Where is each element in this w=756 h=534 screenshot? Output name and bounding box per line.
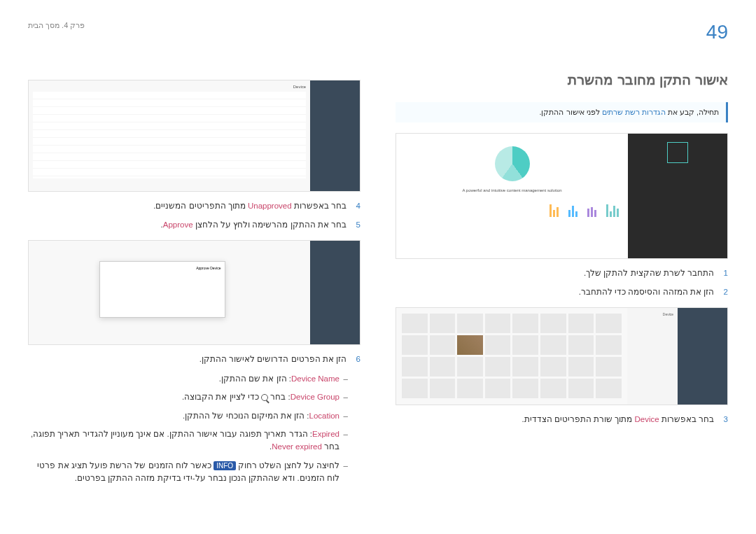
tip-box: תחילה, קבע את הגדרות רשת שרתים לפני אישו…	[396, 102, 728, 122]
step-5: 5 בחר את ההתקן מהרשימה ולחץ על הלחצן App…	[28, 219, 360, 231]
list-sidebar	[310, 80, 360, 191]
step-text: בחר באפשרות Unapproved מתוך התפריטים המש…	[153, 200, 346, 212]
step-num: 5	[352, 219, 360, 231]
login-sidebar	[628, 134, 727, 258]
step-num: 3	[720, 414, 728, 426]
page-number: 49	[706, 21, 728, 43]
sub-info: לחיצה על לחצן השלט רחוק INFO כאשר לוח הז…	[28, 459, 348, 485]
step-num: 6	[352, 353, 360, 365]
tip-text-prefix: תחילה, קבע את	[668, 108, 719, 116]
step-6: 6 הזן את הפרטים הדרושים לאישור ההתקן.	[28, 353, 360, 365]
step-text: בחר באפשרות Device מתוך שורת התפריטים הצ…	[522, 414, 714, 426]
step-text: התחבר לשרת שהקצית להתקן שלך.	[584, 267, 714, 279]
step-text: הזן את הפרטים הדרושים לאישור ההתקן.	[200, 353, 346, 365]
step-2: 2 הזן את המזהה והסיסמה כדי להתחבר.	[396, 286, 728, 298]
step-num: 4	[352, 200, 360, 212]
sub-expired: Expired: הגדר תאריך תפוגה עבור אישור ההת…	[28, 428, 348, 454]
sub-device-name: Device Name: הזן את שם ההתקן.	[28, 372, 348, 385]
screenshot-login: A powerful and intuitive content managem…	[396, 133, 728, 259]
step-1: 1 התחבר לשרת שהקצית להתקן שלך.	[396, 267, 728, 279]
step-4: 4 בחר באפשרות Unapproved מתוך התפריטים ה…	[28, 200, 360, 212]
chapter-label: פרק 4. מסך הבית	[28, 21, 85, 30]
sub-location: Location: הזן את המיקום הנוכחי של ההתקן.	[28, 409, 348, 422]
sub-device-group: Device Group: בחר כדי לציין את הקבוצה.	[28, 391, 348, 403]
grid-sidebar	[678, 308, 727, 405]
tip-text-suffix: לפני אישור ההתקן.	[539, 108, 599, 116]
login-main: A powerful and intuitive content managem…	[396, 134, 628, 258]
step-num: 2	[720, 286, 728, 298]
screenshot-unapproved: Device	[28, 80, 360, 192]
screenshot-approve: Approve Device	[28, 240, 360, 345]
tip-link: הגדרות רשת שרתים	[600, 108, 668, 116]
login-tagline: A powerful and intuitive content managem…	[402, 188, 622, 192]
step-num: 1	[720, 267, 728, 279]
info-badge: INFO	[214, 461, 236, 470]
step-3: 3 בחר באפשרות Device מתוך שורת התפריטים …	[396, 414, 728, 426]
step-text: בחר את ההתקן מהרשימה ולחץ על הלחצן Appro…	[161, 219, 346, 231]
search-icon	[261, 394, 268, 401]
section-title: אישור התקן מחובר מהשרת	[396, 71, 728, 88]
step-text: הזן את המזהה והסיסמה כדי להתחבר.	[579, 286, 714, 298]
screenshot-device-grid: Device	[396, 307, 728, 405]
approve-sidebar	[310, 241, 360, 344]
